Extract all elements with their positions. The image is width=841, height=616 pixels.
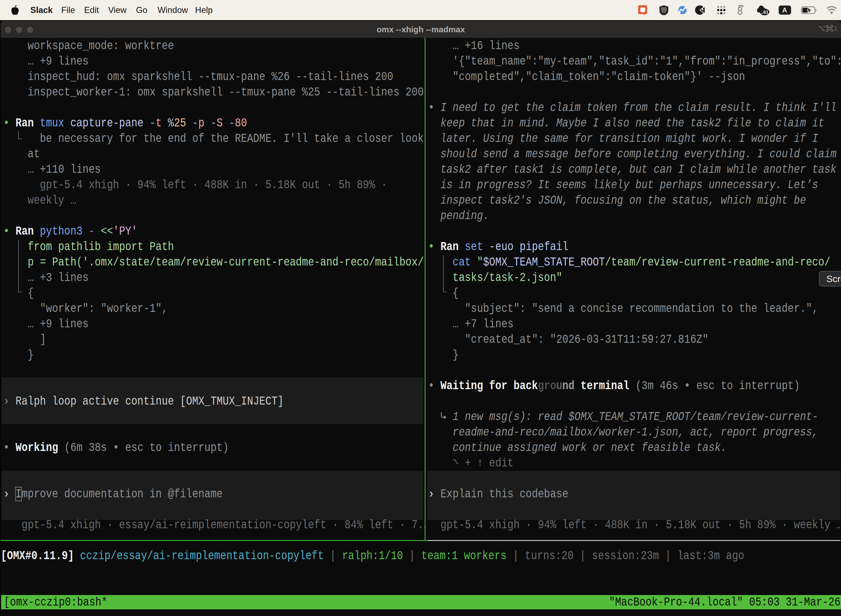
svg-text:1: 1 [834,25,837,32]
svg-text:..61: ..61 [761,10,768,15]
svg-text:A: A [782,6,787,14]
